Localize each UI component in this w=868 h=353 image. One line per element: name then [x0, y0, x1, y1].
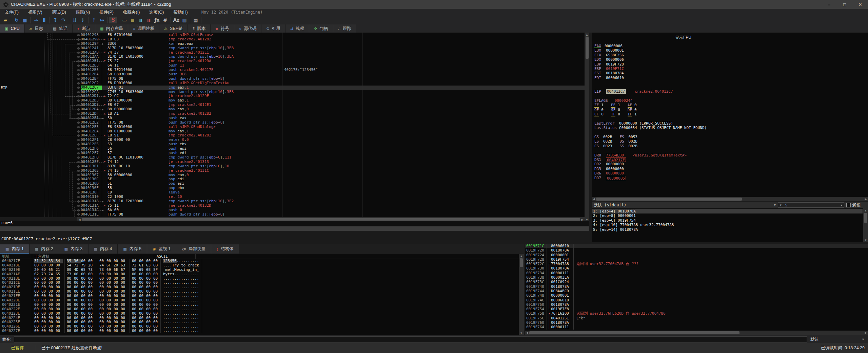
- disasm-address[interactable]: 0040129D: [81, 37, 102, 42]
- disasm-row[interactable]: 004012BFFF75 08push dword ptr ss:[ebp+8]: [76, 77, 585, 81]
- disasm-row[interactable]: 004012D8▼EB 07jmp crackme2.4012E1: [76, 103, 585, 107]
- disasm-address[interactable]: 004012BA: [81, 72, 102, 77]
- stack-row[interactable]: 0019F724 00000001: [525, 253, 868, 257]
- argument-row[interactable]: 4: [esp+10] 770047AB user32.770047AB: [592, 223, 863, 227]
- register-eip[interactable]: EIP004012C7crackme2.004012C7: [594, 89, 867, 94]
- disasm-row[interactable]: 0040131C6A 00push 0: [76, 208, 585, 212]
- register-dr7[interactable]: DR700300005: [594, 176, 867, 180]
- tab-句柄[interactable]: ❖句柄: [309, 24, 333, 33]
- disasm-row[interactable]: 004012E2FF75 08push dword ptr ss:[ebp+8]: [76, 120, 585, 125]
- tab-脚本[interactable]: ¶脚本: [188, 24, 211, 33]
- disasm-address[interactable]: 00401305: [81, 169, 102, 173]
- breakpoint-dot[interactable]: [76, 107, 81, 112]
- disasm-row[interactable]: 00401313817D 10 F2030000cmp dword ptr ss…: [76, 199, 585, 204]
- disasm-row[interactable]: 004012F8817D 0C 11010000cmp dword ptr ss…: [76, 155, 585, 160]
- breakpoint-dot[interactable]: [76, 208, 81, 212]
- stack-row[interactable]: 0019F730│0018078A: [525, 266, 868, 271]
- step-into-icon[interactable]: ↧: [51, 17, 59, 23]
- breakpoint-dot[interactable]: [76, 155, 81, 160]
- menu-item[interactable]: 视图(V): [23, 9, 47, 16]
- breakpoint-dot[interactable]: [76, 98, 81, 103]
- animate-over-icon[interactable]: ⇓: [79, 17, 87, 23]
- disasm-row[interactable]: 004012AA817D 10 EA030000cmp dword ptr ss…: [76, 55, 585, 59]
- disasm-address[interactable]: 004012C7: [81, 86, 102, 90]
- arguments-vscrollbar[interactable]: ▲▼: [863, 208, 868, 242]
- close-icon[interactable]: ✕: [852, 0, 868, 9]
- breakpoint-dot[interactable]: [76, 68, 81, 72]
- stack-hscrollbar[interactable]: ◀▶: [525, 331, 868, 335]
- register-esp[interactable]: ESP0019F71C: [594, 67, 867, 71]
- menu-item[interactable]: 帮助(H): [169, 9, 192, 16]
- disasm-row[interactable]: 004012E5E8 98010000call <JMP.&EndDialog>: [76, 125, 585, 129]
- tab-内存 1[interactable]: ▦内存 1: [0, 244, 29, 254]
- dump-row[interactable]: 0040222E00 00 00 00 00 00 00 00 00 00 00…: [0, 307, 519, 312]
- arguments-pane[interactable]: 默认 (stdcall) ▼ ▼ 5 ▲ 解锁 1: [esp+4] 00180…: [592, 202, 868, 242]
- disasm-address[interactable]: 00401301: [81, 164, 102, 169]
- segment-row[interactable]: ES002BDS002B: [594, 139, 867, 144]
- tab-内存布局[interactable]: ▦内存布局: [95, 24, 128, 33]
- calculator-icon[interactable]: ▦: [192, 17, 200, 23]
- breakpoint-dot[interactable]: [76, 90, 81, 94]
- disasm-row[interactable]: 004012D3B8 01000000mov eax,1: [76, 98, 585, 103]
- flags-row[interactable]: OF0SF0DF0: [594, 108, 867, 112]
- stack-row[interactable]: 0019F738│000003EA: [525, 275, 868, 280]
- breakpoint-dot[interactable]: [76, 212, 81, 217]
- restart-icon[interactable]: ↻: [13, 17, 21, 23]
- disasm-address[interactable]: 004012E5: [81, 125, 102, 129]
- disasm-row[interactable]: 00401301837D 0C 10cmp dword ptr ss:[ebp+…: [76, 164, 585, 169]
- stack-pane[interactable]: 0019F71C 800060100019F720 0018078A0019F7…: [525, 244, 868, 331]
- disasm-row[interactable]: 0040130D5Epop esi: [76, 182, 585, 186]
- breakpoint-dot[interactable]: [76, 186, 81, 190]
- tab-内存 4[interactable]: ▦内存 4: [88, 244, 118, 254]
- disasm-row[interactable]: 0040131A▼75 11jne crackme2.40132D: [76, 204, 585, 208]
- chevron-down-icon[interactable]: ▼: [778, 204, 783, 207]
- disasm-row[interactable]: 004012B1▼75 27jne crackme2.4012DA: [76, 59, 585, 63]
- last-status[interactable]: LastStatus C0000034 (STATUS_OBJECT_NAME_…: [594, 126, 867, 130]
- stack-row[interactable]: 0019F71C 80006010: [525, 244, 868, 248]
- disasm-row[interactable]: 00401298E8 67010000call <JMP.&SetFocus>: [76, 33, 585, 37]
- disasm-row[interactable]: 0040130C5Fpop edi: [76, 177, 585, 182]
- pause-icon[interactable]: Ⅱ: [40, 17, 48, 23]
- breakpoint-dot[interactable]: [76, 94, 81, 98]
- menu-item[interactable]: 收藏夹(I): [118, 9, 144, 16]
- menu-item[interactable]: 跟踪(N): [71, 9, 95, 16]
- threads-icon[interactable]: ≋: [137, 17, 145, 23]
- disasm-row[interactable]: 0040131EFF75 08push dword ptr ss:[ebp+8]: [76, 212, 585, 217]
- disasm-address[interactable]: 004012B5: [81, 68, 102, 72]
- disasm-address[interactable]: 0040131E: [81, 212, 102, 217]
- disasm-row[interactable]: 004012EF▲EB 91jmp crackme2.401282: [76, 133, 585, 138]
- disasm-row[interactable]: 004012CAC745 10 EB030000mov dword ptr ss…: [76, 90, 585, 94]
- step-over-icon[interactable]: ↷: [59, 17, 67, 23]
- patches-icon[interactable]: ▭: [120, 17, 129, 23]
- disasm-address[interactable]: 004012A1: [81, 46, 102, 51]
- breakpoint-dot[interactable]: [76, 204, 81, 208]
- tab-引用[interactable]: ⊙引用: [261, 24, 285, 33]
- breakpoint-dot[interactable]: [76, 177, 81, 182]
- breakpoint-dot[interactable]: [76, 33, 81, 37]
- disasm-row[interactable]: 004012F757push edi: [76, 151, 585, 155]
- dump-row[interactable]: 004021AE62 79 74 65 73 00 00 00 00 00 00…: [0, 272, 519, 277]
- menu-item[interactable]: 调试(D): [47, 9, 71, 16]
- segment-row[interactable]: CS0023SS002B: [594, 144, 867, 148]
- disasm-row[interactable]: 00401310C2 1000ret 10: [76, 195, 585, 199]
- disasm-row[interactable]: 004012F656push esi: [76, 147, 585, 151]
- breakpoint-dot[interactable]: [76, 103, 81, 107]
- register-edx[interactable]: EDX00000006: [594, 57, 867, 62]
- breakpoints-icon[interactable]: ≋: [145, 17, 153, 23]
- tab-符号[interactable]: ◆符号: [211, 24, 234, 33]
- memory-dump-pane[interactable]: 地址 十六进制 ASCII 0040217E31 32 33 34 35 36 …: [0, 254, 519, 335]
- argument-row[interactable]: 3: [esp+C] 0019F754: [592, 218, 863, 223]
- hash-icon[interactable]: #: [161, 17, 169, 23]
- disasm-row[interactable]: 004012F1C8 0000 00enter 0,0: [76, 138, 585, 142]
- open-file-icon[interactable]: ▰: [1, 17, 9, 23]
- breakpoint-dot[interactable]: [76, 151, 81, 155]
- execute-till-return-icon[interactable]: ↑: [90, 17, 98, 23]
- stack-row[interactable]: 0019F734│00000111: [525, 271, 868, 275]
- source-icon[interactable]: S: [109, 17, 117, 23]
- disasm-address[interactable]: 0040129F: [81, 42, 102, 46]
- disasm-address[interactable]: 0040131A: [81, 204, 102, 208]
- dump-row[interactable]: 0040218E00 00 00 00 54 72 79 20 74 6F 20…: [0, 263, 519, 268]
- menu-item[interactable]: 插件(P): [95, 9, 118, 16]
- dump-row[interactable]: 0040220E00 00 00 00 00 00 00 00 00 00 00…: [0, 298, 519, 303]
- fx-icon[interactable]: ƒx: [153, 17, 161, 23]
